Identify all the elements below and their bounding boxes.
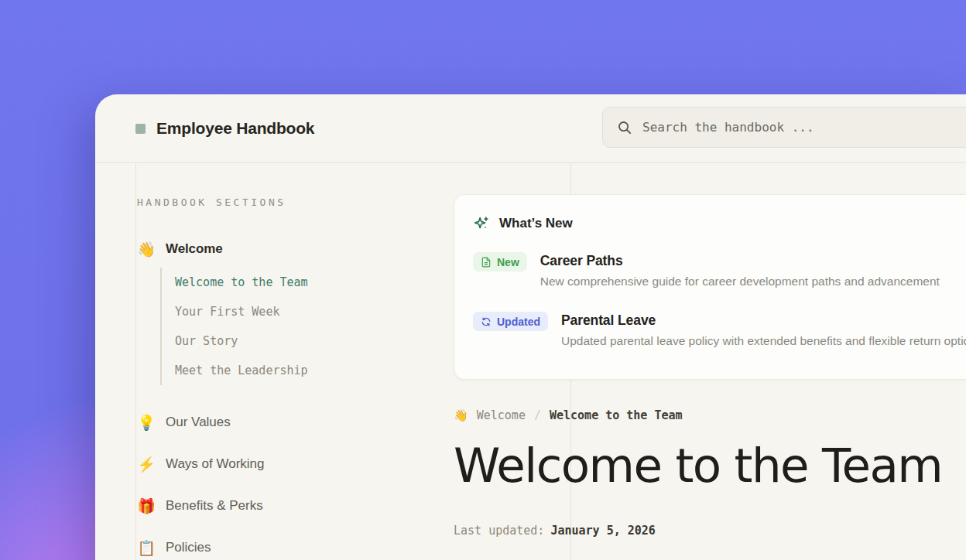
search-input[interactable] [642,120,966,135]
app-window: Employee Handbook HANDBOOK SECTIONS 👋 We… [95,94,966,560]
sidebar-sublist: Welcome to the Team Your First Week Our … [160,268,461,385]
news-item-title: Parental Leave [561,312,966,329]
lightning-emoji-icon: ⚡ [137,457,156,472]
last-updated-value: January 5, 2026 [550,524,655,538]
window-body: HANDBOOK SECTIONS 👋 Welcome Welcome to t… [95,162,966,560]
sidebar-subitem-welcome-to-the-team[interactable]: Welcome to the Team [175,268,461,297]
breadcrumb-section[interactable]: Welcome [477,408,526,422]
gift-emoji-icon: 🎁 [137,499,156,514]
sidebar-item-welcome[interactable]: 👋 Welcome [137,240,461,258]
wave-emoji-icon: 👋 [454,408,468,422]
app-logo-icon [135,124,146,134]
sidebar-item-label: Ways of Working [166,456,265,472]
whats-new-list: New Career Paths New comprehensive guide… [473,253,966,348]
sidebar-subitem-meet-the-leadership[interactable]: Meet the Leadership [175,356,461,385]
search-icon [617,120,632,135]
sidebar-sections: 💡 Our Values ⚡ Ways of Working 🎁 Benefit… [137,413,461,557]
sidebar-item-policies[interactable]: 📋 Policies [137,538,461,557]
sidebar-item-label: Policies [166,540,211,555]
refresh-icon [481,316,492,327]
file-text-icon [481,257,492,268]
breadcrumb: 👋 Welcome / Welcome to the Team [454,408,966,422]
badge-label: New [497,256,519,268]
main-content: What’s New New Career [454,163,966,538]
updated-badge: Updated [473,312,548,331]
sidebar-subitem-your-first-week[interactable]: Your First Week [175,297,461,326]
news-item-description: Updated parental leave policy with exten… [561,334,966,348]
breadcrumb-page: Welcome to the Team [550,408,683,422]
sidebar: HANDBOOK SECTIONS 👋 Welcome Welcome to t… [136,163,461,557]
sidebar-item-ways-of-working[interactable]: ⚡ Ways of Working [137,455,461,473]
sidebar-subitem-our-story[interactable]: Our Story [175,326,461,356]
breadcrumb-separator: / [534,408,541,422]
news-item-description: New comprehensive guide for career devel… [540,275,940,289]
news-item-title: Career Paths [540,253,940,269]
sidebar-item-our-values[interactable]: 💡 Our Values [137,413,461,432]
new-badge: New [473,252,527,271]
sidebar-item-label: Welcome [166,241,223,257]
sidebar-item-label: Benefits & Perks [166,498,263,514]
badge-label: Updated [497,316,540,328]
wave-emoji-icon: 👋 [137,242,156,257]
whats-new-title: What’s New [499,216,573,231]
search-bar[interactable] [602,107,966,148]
sparkles-icon [473,215,490,232]
news-item-parental-leave[interactable]: Updated Parental Leave Updated parental … [473,312,966,348]
sidebar-item-label: Our Values [166,415,231,430]
sidebar-item-benefits-perks[interactable]: 🎁 Benefits & Perks [137,497,461,515]
whats-new-card: What’s New New Career [454,194,966,380]
clipboard-emoji-icon: 📋 [137,541,156,555]
app-title: Employee Handbook [156,119,314,138]
news-item-text: Parental Leave Updated parental leave po… [561,312,966,348]
whats-new-header: What’s New [473,215,966,232]
lightbulb-emoji-icon: 💡 [137,415,156,430]
app-header: Employee Handbook [95,94,966,162]
last-updated-label: Last updated: [454,524,544,538]
sidebar-section-label: HANDBOOK SECTIONS [137,196,461,208]
last-updated: Last updated:January 5, 2026 [454,524,966,538]
news-item-text: Career Paths New comprehensive guide for… [540,253,940,289]
page-title: Welcome to the Team [454,438,966,493]
news-item-career-paths[interactable]: New Career Paths New comprehensive guide… [473,253,966,289]
